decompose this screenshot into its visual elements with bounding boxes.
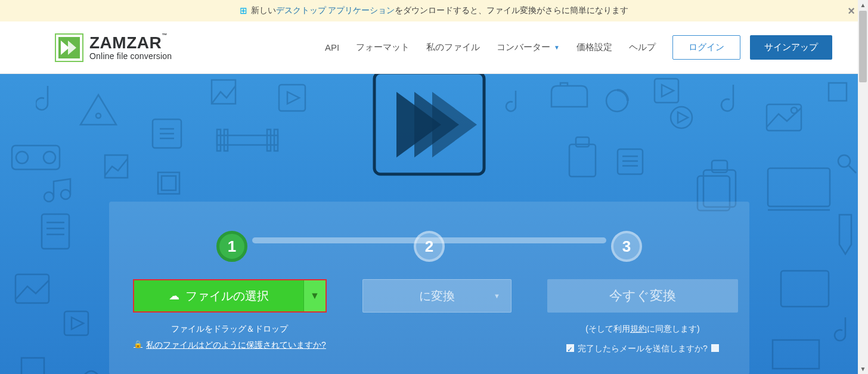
choose-file-dropdown[interactable]: ▼ (304, 280, 326, 311)
promo-banner: ⊞ 新しい デスクトップ アプリケーション をダウンロードすると、ファイル変換が… (0, 0, 868, 21)
nav-links: API フォーマット 私のファイル コンバーター ▼ 価格設定 ヘルプ (325, 42, 656, 53)
svg-rect-8 (279, 85, 305, 111)
svg-point-4 (16, 152, 28, 163)
convert-to-label: に変換 (419, 288, 455, 304)
windows-icon: ⊞ (240, 5, 247, 16)
email-checkbox[interactable] (711, 344, 719, 352)
convert-now-button[interactable]: 今すぐ変換 (547, 279, 738, 313)
chevron-down-icon: ▼ (494, 292, 500, 299)
svg-rect-3 (12, 146, 60, 169)
svg-rect-11 (162, 176, 176, 190)
step-3-subtext: (そして利用規約に同意します) 完了したらメールを送信しますか? (566, 321, 719, 356)
file-protection-link[interactable]: 🔒 私のファイルはどのように保護されていますか? (134, 337, 326, 353)
login-button[interactable]: ログイン (672, 35, 740, 60)
logo[interactable]: ZAMZAR™ Online file conversion (55, 33, 172, 62)
step-2: 2 (414, 231, 445, 262)
banner-prefix: 新しい (251, 5, 276, 16)
convert-now-label: 今すぐ変換 (609, 287, 676, 305)
nav-converter[interactable]: コンバーター ▼ (497, 42, 560, 53)
svg-point-13 (61, 190, 70, 199)
svg-rect-33 (42, 214, 69, 249)
svg-point-12 (44, 192, 54, 202)
drag-drop-hint: ファイルをドラッグ＆ドロップ (134, 321, 326, 337)
svg-rect-14 (217, 135, 278, 145)
nav-help[interactable]: ヘルプ (629, 42, 656, 53)
upload-icon: ☁ (169, 289, 179, 302)
nav-myfiles[interactable]: 私のファイル (426, 42, 480, 53)
svg-point-5 (44, 152, 55, 163)
svg-rect-18 (267, 129, 271, 151)
svg-rect-38 (773, 340, 819, 369)
step-1-subtext: ファイルをドラッグ＆ドロップ 🔒 私のファイルはどのように保護されていますか? (134, 321, 326, 353)
lock-icon: 🔒 (134, 338, 142, 351)
scrollbar[interactable]: ▲ ▼ (858, 0, 868, 374)
svg-rect-26 (576, 137, 589, 147)
step-3-column: 今すぐ変換 (そして利用規約に同意します) 完了したらメールを送信しますか? (547, 279, 738, 356)
svg-rect-36 (21, 358, 44, 374)
nav-converter-label: コンバーター (497, 42, 550, 53)
svg-rect-31 (768, 168, 830, 206)
svg-rect-34 (16, 274, 49, 303)
signup-button[interactable]: サインアップ (750, 35, 832, 60)
brand-tagline: Online file conversion (89, 52, 172, 61)
choose-file-group: ☁ ファイルの選択 ▼ (133, 279, 327, 313)
banner-suffix: をダウンロードすると、ファイル変換がさらに簡単になります (395, 5, 628, 16)
svg-point-2 (96, 113, 101, 118)
email-done-label: 完了したらメールを送信しますか? (578, 341, 708, 357)
hero-section: 1 2 3 ☁ ファイルの選択 ▼ ファイルをドラッグ＆ドロップ (0, 74, 868, 374)
svg-rect-17 (274, 129, 278, 151)
svg-point-32 (838, 155, 850, 167)
terms-agree: (そして利用規約に同意します) (566, 321, 719, 337)
navbar: ZAMZAR™ Online file conversion API フォーマッ… (0, 21, 868, 74)
scroll-up-arrow-icon[interactable]: ▲ (858, 0, 868, 10)
chevron-down-icon: ▼ (554, 44, 560, 51)
convert-to-select[interactable]: に変換 ▼ (362, 279, 512, 313)
email-checkbox-checked-icon (566, 344, 574, 352)
scroll-down-arrow-icon[interactable]: ▼ (858, 364, 868, 374)
svg-point-23 (791, 107, 797, 113)
nav-format[interactable]: フォーマット (356, 42, 410, 53)
logo-mark-icon (55, 33, 83, 62)
banner-highlight-link[interactable]: デスクトップ アプリケーション (276, 5, 395, 16)
close-icon[interactable]: × (848, 4, 855, 18)
step-1-column: ☁ ファイルの選択 ▼ ファイルをドラッグ＆ドロップ 🔒 私のファイルはどのよう… (133, 279, 327, 356)
svg-rect-37 (781, 271, 829, 307)
converter-panel: 1 2 3 ☁ ファイルの選択 ▼ ファイルをドラッグ＆ドロップ (109, 202, 749, 374)
step-2-column: に変換 ▼ (362, 279, 512, 356)
scrollbar-thumb[interactable] (859, 11, 867, 82)
svg-rect-25 (569, 144, 596, 177)
steps-indicator: 1 2 3 (133, 220, 726, 273)
chevron-down-icon: ▼ (310, 290, 320, 301)
brand-name: ZAMZAR™ (89, 34, 172, 51)
step-1: 1 (216, 231, 247, 262)
choose-file-button[interactable]: ☁ ファイルの選択 (134, 280, 304, 311)
step-3: 3 (611, 231, 642, 262)
svg-rect-9 (105, 155, 128, 178)
terms-link[interactable]: 規約 (630, 324, 647, 333)
choose-file-label: ファイルの選択 (185, 288, 269, 304)
nav-pricing[interactable]: 価格設定 (576, 42, 612, 53)
nav-api[interactable]: API (325, 42, 339, 52)
svg-rect-24 (829, 83, 847, 101)
svg-rect-15 (217, 129, 221, 151)
svg-rect-16 (224, 129, 228, 151)
